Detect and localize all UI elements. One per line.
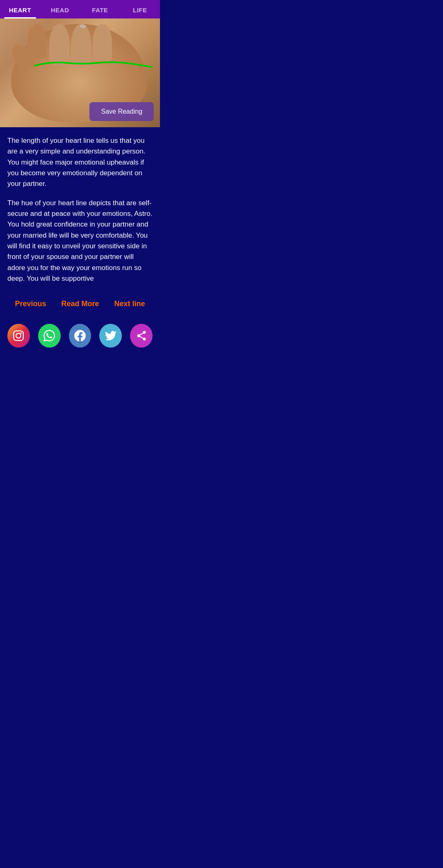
tab-bar: HEART HEAD FATE LIFE — [0, 0, 160, 18]
svg-point-2 — [21, 332, 22, 334]
instagram-icon — [13, 330, 24, 341]
reading-paragraph-2: The hue of your heart line depicts that … — [7, 198, 153, 284]
previous-button[interactable]: Previous — [10, 296, 51, 311]
tab-fate[interactable]: FATE — [80, 0, 120, 18]
instagram-button[interactable] — [7, 324, 30, 348]
save-reading-button[interactable]: Save Reading — [89, 102, 154, 121]
svg-point-1 — [16, 334, 21, 339]
facebook-button[interactable] — [69, 324, 91, 348]
svg-rect-0 — [14, 331, 23, 341]
whatsapp-icon — [43, 330, 55, 341]
twitter-icon — [105, 330, 116, 341]
tab-heart[interactable]: HEART — [0, 0, 40, 18]
action-row: Previous Read More Next line — [7, 292, 153, 320]
whatsapp-button[interactable] — [38, 324, 61, 348]
reading-paragraph-1: The length of your heart line tells us t… — [7, 135, 153, 190]
tab-life[interactable]: LIFE — [120, 0, 160, 18]
facebook-icon — [74, 330, 86, 341]
read-more-button[interactable]: Read More — [56, 296, 104, 311]
share-icon — [136, 330, 147, 341]
twitter-button[interactable] — [99, 324, 122, 348]
bottom-space — [0, 368, 160, 417]
tab-head[interactable]: HEAD — [40, 0, 80, 18]
next-line-button[interactable]: Next line — [109, 296, 150, 311]
share-button[interactable] — [130, 324, 153, 348]
social-row — [7, 320, 153, 360]
palm-image: Save Reading — [0, 18, 160, 127]
palm-image-container: Save Reading — [0, 18, 160, 127]
content-area: The length of your heart line tells us t… — [0, 127, 160, 368]
